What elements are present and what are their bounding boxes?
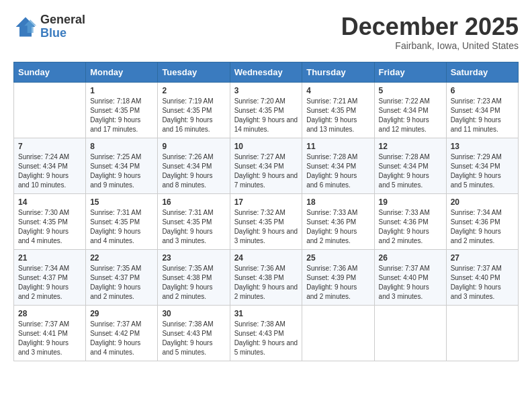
calendar-header-thursday: Thursday [302,62,374,82]
calendar-cell: 10Sunrise: 7:27 AMSunset: 4:34 PMDayligh… [230,138,302,193]
day-info: Sunrise: 7:38 AMSunset: 4:43 PMDaylight:… [162,320,225,357]
day-number: 19 [379,197,442,207]
day-info: Sunrise: 7:32 AMSunset: 4:35 PMDaylight:… [234,208,298,246]
day-number: 27 [451,253,514,263]
calendar-cell: 30Sunrise: 7:38 AMSunset: 4:43 PMDayligh… [158,305,230,361]
day-info: Sunrise: 7:19 AMSunset: 4:35 PMDaylight:… [162,97,225,134]
day-info: Sunrise: 7:35 AMSunset: 4:37 PMDaylight:… [90,264,153,302]
day-info: Sunrise: 7:35 AMSunset: 4:38 PMDaylight:… [162,264,225,302]
calendar-cell: 12Sunrise: 7:28 AMSunset: 4:34 PMDayligh… [374,138,446,193]
day-number: 30 [162,309,225,318]
day-info: Sunrise: 7:37 AMSunset: 4:40 PMDaylight:… [451,264,514,302]
day-info: Sunrise: 7:26 AMSunset: 4:34 PMDaylight:… [162,152,225,190]
day-number: 10 [234,142,298,151]
calendar-cell: 13Sunrise: 7:29 AMSunset: 4:34 PMDayligh… [446,138,518,193]
day-number: 16 [162,197,225,207]
logo-general: General [40,13,85,27]
day-info: Sunrise: 7:21 AMSunset: 4:35 PMDaylight:… [306,97,369,134]
day-info: Sunrise: 7:33 AMSunset: 4:36 PMDaylight:… [306,208,369,246]
month-title: December 2025 [341,13,519,40]
day-number: 18 [306,197,369,207]
day-info: Sunrise: 7:33 AMSunset: 4:36 PMDaylight:… [379,208,442,246]
logo: General Blue [13,13,85,40]
day-info: Sunrise: 7:34 AMSunset: 4:37 PMDaylight:… [18,264,81,302]
day-info: Sunrise: 7:36 AMSunset: 4:38 PMDaylight:… [234,264,298,302]
calendar-cell: 8Sunrise: 7:25 AMSunset: 4:34 PMDaylight… [86,138,158,193]
calendar-cell: 3Sunrise: 7:20 AMSunset: 4:35 PMDaylight… [230,82,302,138]
day-info: Sunrise: 7:27 AMSunset: 4:34 PMDaylight:… [234,152,298,190]
calendar-cell: 21Sunrise: 7:34 AMSunset: 4:37 PMDayligh… [14,249,86,305]
day-number: 23 [162,253,225,263]
logo-blue: Blue [40,27,85,40]
calendar-header-tuesday: Tuesday [158,62,230,82]
calendar-cell: 26Sunrise: 7:37 AMSunset: 4:40 PMDayligh… [374,249,446,305]
day-number: 3 [234,86,298,95]
calendar-week-row: 28Sunrise: 7:37 AMSunset: 4:41 PMDayligh… [14,305,519,361]
calendar-cell: 18Sunrise: 7:33 AMSunset: 4:36 PMDayligh… [302,193,374,249]
day-info: Sunrise: 7:25 AMSunset: 4:34 PMDaylight:… [90,152,153,190]
day-info: Sunrise: 7:34 AMSunset: 4:36 PMDaylight:… [451,208,514,246]
calendar-cell: 24Sunrise: 7:36 AMSunset: 4:38 PMDayligh… [230,249,302,305]
day-info: Sunrise: 7:31 AMSunset: 4:35 PMDaylight:… [162,208,225,246]
day-info: Sunrise: 7:23 AMSunset: 4:34 PMDaylight:… [451,97,514,134]
page-header: General Blue December 2025 Fairbank, Iow… [13,13,519,51]
day-number: 4 [306,86,369,95]
day-info: Sunrise: 7:37 AMSunset: 4:40 PMDaylight:… [379,264,442,302]
logo-text: General Blue [40,13,85,40]
calendar-cell: 22Sunrise: 7:35 AMSunset: 4:37 PMDayligh… [86,249,158,305]
day-info: Sunrise: 7:20 AMSunset: 4:35 PMDaylight:… [234,97,298,134]
calendar-cell: 23Sunrise: 7:35 AMSunset: 4:38 PMDayligh… [158,249,230,305]
calendar-cell: 1Sunrise: 7:18 AMSunset: 4:35 PMDaylight… [86,82,158,138]
calendar-header-monday: Monday [86,62,158,82]
day-info: Sunrise: 7:29 AMSunset: 4:34 PMDaylight:… [451,152,514,190]
day-info: Sunrise: 7:30 AMSunset: 4:35 PMDaylight:… [18,208,81,246]
calendar-week-row: 7Sunrise: 7:24 AMSunset: 4:34 PMDaylight… [14,138,519,193]
calendar-header-saturday: Saturday [446,62,518,82]
day-number: 20 [451,197,514,207]
day-number: 31 [234,309,298,318]
calendar-cell: 6Sunrise: 7:23 AMSunset: 4:34 PMDaylight… [446,82,518,138]
calendar-week-row: 1Sunrise: 7:18 AMSunset: 4:35 PMDaylight… [14,82,519,138]
calendar-cell: 16Sunrise: 7:31 AMSunset: 4:35 PMDayligh… [158,193,230,249]
calendar-cell: 11Sunrise: 7:28 AMSunset: 4:34 PMDayligh… [302,138,374,193]
calendar-cell: 29Sunrise: 7:37 AMSunset: 4:42 PMDayligh… [86,305,158,361]
day-number: 8 [90,142,153,151]
calendar-cell [14,82,86,138]
day-number: 29 [90,309,153,318]
calendar-cell [446,305,518,361]
day-info: Sunrise: 7:37 AMSunset: 4:42 PMDaylight:… [90,320,153,357]
calendar-week-row: 14Sunrise: 7:30 AMSunset: 4:35 PMDayligh… [14,193,519,249]
calendar-cell: 15Sunrise: 7:31 AMSunset: 4:35 PMDayligh… [86,193,158,249]
day-number: 5 [379,86,442,95]
day-number: 7 [18,142,81,151]
calendar-cell: 27Sunrise: 7:37 AMSunset: 4:40 PMDayligh… [446,249,518,305]
calendar-cell: 4Sunrise: 7:21 AMSunset: 4:35 PMDaylight… [302,82,374,138]
day-info: Sunrise: 7:24 AMSunset: 4:34 PMDaylight:… [18,152,81,190]
calendar-cell: 28Sunrise: 7:37 AMSunset: 4:41 PMDayligh… [14,305,86,361]
logo-icon [13,15,38,39]
calendar-cell: 14Sunrise: 7:30 AMSunset: 4:35 PMDayligh… [14,193,86,249]
calendar-cell: 25Sunrise: 7:36 AMSunset: 4:39 PMDayligh… [302,249,374,305]
calendar-cell: 20Sunrise: 7:34 AMSunset: 4:36 PMDayligh… [446,193,518,249]
calendar-cell: 7Sunrise: 7:24 AMSunset: 4:34 PMDaylight… [14,138,86,193]
day-number: 17 [234,197,298,207]
day-number: 26 [379,253,442,263]
day-info: Sunrise: 7:18 AMSunset: 4:35 PMDaylight:… [90,97,153,134]
day-number: 2 [162,86,225,95]
day-number: 1 [90,86,153,95]
day-number: 22 [90,253,153,263]
calendar-cell [374,305,446,361]
day-number: 14 [18,197,81,207]
day-info: Sunrise: 7:28 AMSunset: 4:34 PMDaylight:… [306,152,369,190]
calendar-header-sunday: Sunday [14,62,86,82]
location: Fairbank, Iowa, United States [341,40,519,51]
day-number: 13 [451,142,514,151]
day-number: 15 [90,197,153,207]
day-number: 24 [234,253,298,263]
calendar-table: SundayMondayTuesdayWednesdayThursdayFrid… [13,62,519,361]
day-number: 21 [18,253,81,263]
calendar-cell: 17Sunrise: 7:32 AMSunset: 4:35 PMDayligh… [230,193,302,249]
day-number: 11 [306,142,369,151]
calendar-week-row: 21Sunrise: 7:34 AMSunset: 4:37 PMDayligh… [14,249,519,305]
calendar-cell [302,305,374,361]
